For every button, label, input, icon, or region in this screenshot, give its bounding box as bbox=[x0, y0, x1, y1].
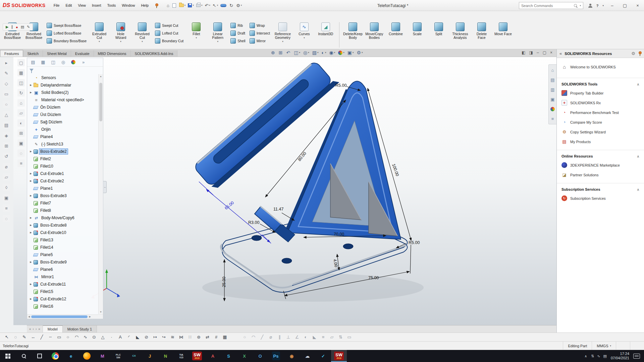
sketch-tool-icon[interactable]: ∷ bbox=[186, 334, 194, 341]
sketch-tool-icon[interactable]: # bbox=[212, 334, 220, 341]
document-window-button[interactable]: × bbox=[550, 50, 552, 55]
scroll-left-icon[interactable]: ◀ bbox=[28, 315, 30, 318]
tree-item[interactable]: Material <not specified> bbox=[28, 96, 98, 104]
tree-item[interactable]: Fillet7 bbox=[28, 199, 98, 207]
minimize-button[interactable]: – bbox=[608, 2, 616, 10]
sketch-tool-icon[interactable]: △ bbox=[99, 334, 107, 341]
help-button[interactable]: ? bbox=[596, 4, 599, 8]
sketch-tool-icon[interactable]: ⊘ bbox=[142, 334, 151, 341]
docked-toolbar-icon[interactable]: ◌ bbox=[17, 149, 25, 157]
dropdown-caret-icon[interactable]: ▾ bbox=[362, 51, 363, 54]
scroll-right-icon[interactable]: ▶ bbox=[89, 315, 91, 318]
ribbon-small-button[interactable]: Swept Boss/Base bbox=[47, 22, 87, 28]
sketch-tool-icon[interactable]: ↔ bbox=[29, 334, 37, 341]
task-pane-tab[interactable]: ▥ bbox=[549, 86, 556, 93]
tree-item[interactable]: ▶ Cut-Extrude1 bbox=[28, 170, 98, 177]
docked-toolbar-icon[interactable]: ⊞ bbox=[3, 142, 10, 149]
sketch-tool-icon[interactable]: ◣ bbox=[133, 334, 142, 341]
search-icon[interactable] bbox=[574, 4, 578, 8]
tree-item-label[interactable]: Cut-Extrude2 bbox=[39, 178, 65, 184]
tree-item[interactable]: Fillet14 bbox=[28, 244, 98, 251]
taskbar-app-icon[interactable]: N bbox=[158, 350, 173, 362]
ribbon-small-button[interactable]: Swept Cut bbox=[155, 22, 183, 28]
command-manager-tab[interactable]: Features bbox=[0, 50, 23, 57]
docked-toolbar-icon[interactable]: ✎ bbox=[3, 69, 10, 77]
expand-arrow-icon[interactable]: ▶ bbox=[29, 172, 33, 175]
docked-toolbar-icon[interactable]: ▱ bbox=[17, 109, 25, 117]
docked-toolbar-icon[interactable]: ▤ bbox=[3, 121, 10, 129]
ribbon-small-button[interactable]: Lofted Cut bbox=[155, 30, 183, 36]
tree-item[interactable]: Plane5 bbox=[28, 251, 98, 258]
tree-item[interactable]: Plane6 bbox=[28, 266, 98, 273]
action-center-icon[interactable] bbox=[633, 354, 640, 359]
tree-item-label[interactable]: Fillet10 bbox=[39, 163, 55, 169]
tree-horizontal-scrollbar[interactable]: ◀ ▶ bbox=[27, 314, 103, 319]
ribbon-big-button[interactable]: Linear Pattern ▾ bbox=[207, 21, 228, 48]
quick-access-button[interactable]: ▾ bbox=[179, 4, 186, 7]
tree-item-label[interactable]: Orijin bbox=[40, 126, 52, 132]
taskbar-app-icon[interactable]: A bbox=[205, 350, 221, 362]
feature-manager-tab[interactable]: » bbox=[79, 59, 88, 66]
tree-item-label[interactable]: Fillet14 bbox=[39, 244, 55, 250]
expand-arrow-icon[interactable]: ▶ bbox=[29, 298, 33, 300]
expand-arrow-icon[interactable]: ▶ bbox=[29, 194, 33, 197]
tree-item[interactable]: ▶ Body-Move/Copy6 bbox=[28, 214, 98, 222]
section-collapse-icon[interactable]: ∧ bbox=[637, 82, 639, 86]
tree-item-label[interactable]: Boss-Extrude3 bbox=[39, 193, 68, 199]
ribbon-small-button[interactable]: Boundary Cut bbox=[155, 38, 183, 44]
ribbon-small-button[interactable]: Boundary Boss/Base bbox=[47, 38, 87, 44]
ribbon-small-button[interactable]: Draft bbox=[230, 30, 245, 36]
expand-arrow-icon[interactable]: ▶ bbox=[29, 283, 33, 286]
menu-item[interactable]: Window bbox=[119, 2, 138, 9]
docked-toolbar-icon[interactable]: ▸ bbox=[3, 59, 10, 66]
task-pane-item-label[interactable]: Welcome to SOLIDWORKS bbox=[570, 65, 616, 69]
command-manager-tab[interactable]: Sheet Metal bbox=[43, 50, 71, 57]
ribbon-big-button[interactable]: Thickness Analysis bbox=[450, 21, 471, 48]
macro-toolbar-button[interactable]: ✎ bbox=[27, 25, 30, 29]
filter-tool-icon[interactable]: ≡ bbox=[319, 334, 327, 341]
heads-up-tool[interactable]: ◫ ▾ bbox=[294, 50, 300, 55]
sketch-tool-icon[interactable]: ≋ bbox=[168, 334, 177, 341]
task-pane-item-label[interactable]: Partner Solutions bbox=[570, 173, 598, 177]
sketch-tool-icon[interactable]: ∙ bbox=[107, 334, 116, 341]
task-pane-item-label[interactable]: My Products bbox=[570, 140, 591, 144]
command-manager-tab[interactable]: Evaluate bbox=[71, 50, 94, 57]
tree-item[interactable]: Plane4 bbox=[28, 133, 98, 140]
feature-manager-tab[interactable]: ◫ bbox=[49, 59, 58, 66]
collapse-pane-icon[interactable]: « bbox=[559, 51, 562, 56]
tree-item[interactable]: ▶ Boss-Extrude9 bbox=[28, 258, 98, 266]
expand-arrow-icon[interactable]: ▶ bbox=[29, 231, 33, 234]
dropdown-caret-icon[interactable]: ▾ bbox=[299, 51, 300, 54]
filter-tool-icon[interactable]: ◣ bbox=[310, 334, 319, 341]
tree-item[interactable]: ▶ Cut-Extrude11 bbox=[28, 281, 98, 288]
ribbon-big-button[interactable]: Delete Face bbox=[471, 21, 492, 48]
taskbar-app-icon[interactable]: SW2019 bbox=[189, 350, 205, 362]
tree-item-label[interactable]: Body-Move/Copy6 bbox=[40, 215, 76, 221]
docked-toolbar-icon[interactable]: ↺ bbox=[3, 153, 10, 160]
ribbon-big-button[interactable]: Extruded Cut ▾ bbox=[89, 21, 110, 48]
document-window-button[interactable]: ▢ bbox=[543, 50, 546, 55]
taskbar-app-icon[interactable]: J bbox=[142, 350, 158, 362]
gear-icon[interactable]: ⚙ bbox=[631, 51, 635, 56]
expand-arrow-icon[interactable]: ▶ bbox=[29, 150, 33, 153]
task-pane-tab[interactable] bbox=[549, 106, 556, 112]
tree-item-label[interactable]: Fillet7 bbox=[39, 200, 52, 206]
close-button[interactable]: × bbox=[633, 2, 642, 10]
dropdown-caret-icon[interactable]: ▾ bbox=[99, 41, 100, 43]
filter-tool-icon[interactable]: ╱ bbox=[258, 334, 266, 341]
filter-tool-icon[interactable]: ◐ bbox=[302, 334, 310, 341]
dropdown-caret-icon[interactable]: ▾ bbox=[325, 51, 326, 54]
restore-button[interactable]: ▢ bbox=[621, 2, 629, 10]
docked-toolbar-icon[interactable]: ▭ bbox=[3, 90, 10, 98]
dropdown-caret-icon[interactable]: ▾ bbox=[193, 4, 194, 7]
menu-item[interactable]: Tools bbox=[105, 2, 119, 9]
ribbon-big-button[interactable]: Scale bbox=[407, 21, 428, 48]
sketch-tool-icon[interactable]: ╌ bbox=[46, 334, 55, 341]
task-pane-item-label[interactable]: SOLIDWORKS Tools bbox=[561, 82, 597, 86]
macro-toolbar-button[interactable]: ▤ bbox=[21, 25, 24, 29]
command-manager-tab[interactable]: MBD Dimensions bbox=[94, 50, 131, 57]
docked-toolbar-icon[interactable]: ↻ bbox=[17, 89, 25, 97]
dropdown-caret-icon[interactable]: ▾ bbox=[184, 4, 186, 7]
tree-item-label[interactable]: Fillet13 bbox=[39, 237, 55, 243]
pin-icon[interactable] bbox=[155, 3, 158, 8]
